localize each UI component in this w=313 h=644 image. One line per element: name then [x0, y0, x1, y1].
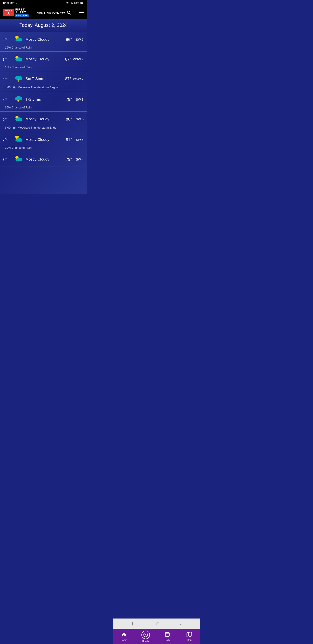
svg-line-15	[18, 56, 19, 56]
status-time: 12:30	[3, 2, 9, 5]
sub-time: 4:45	[5, 86, 10, 89]
weather-sub: 15% Chance of Rain	[3, 66, 83, 69]
condition-text: Mostly Cloudy	[25, 37, 58, 42]
sub-time: 6:00	[5, 126, 10, 129]
header: WSAZ 3 FIRST ALERT WEATHER HUNTINGTON, W…	[0, 6, 87, 19]
hour-time: 2PM	[3, 38, 12, 42]
hour-time: 6PM	[3, 118, 12, 121]
wifi-icon	[66, 2, 69, 5]
weather-row: 8PM Mostly Cloudy79°SW 4	[0, 152, 87, 167]
alert-text: Moderate Thunderstorm Ends	[18, 126, 56, 129]
hour-time: 4PM	[3, 77, 12, 81]
svg-rect-29	[14, 87, 15, 88]
hour-time: 8PM	[3, 158, 12, 162]
weather-row: 3PM Mostly Cloudy87°WSW 715% Chance of R…	[0, 52, 87, 71]
search-button[interactable]	[67, 10, 71, 15]
sub-text: 15% Chance of Rain	[5, 66, 31, 69]
wind-value: WSW 7	[73, 58, 83, 61]
logo-alert: ALERT	[15, 11, 28, 14]
wind-value: WSW 7	[73, 77, 83, 81]
svg-rect-46	[14, 127, 15, 128]
wind-value: SW 5	[74, 138, 83, 142]
weather-icon	[13, 135, 24, 145]
condition-text: Sct T-Storms	[25, 77, 57, 81]
logo-box: WSAZ 3	[3, 9, 14, 16]
svg-line-4	[70, 14, 71, 14]
weather-row: 2PM Mostly Cloudy86°SW 615% Chance of Ra…	[0, 32, 87, 52]
location-text: HUNTINGTON, WV	[37, 11, 65, 14]
sub-text: 65% Chance of Rain	[5, 106, 31, 109]
condition-text: Mostly Cloudy	[25, 57, 57, 62]
svg-line-38	[18, 116, 19, 116]
weather-sub: 65% Chance of Rain	[3, 106, 83, 109]
wind-value: SW 8	[74, 98, 83, 101]
wind-value: SW 4	[74, 158, 83, 161]
status-x-icon: ✕	[15, 2, 17, 4]
hour-time: 5PM	[3, 98, 12, 102]
hour-time: 7PM	[3, 138, 12, 142]
temp-value: 87°	[59, 77, 71, 82]
temp-value: 79°	[60, 97, 72, 102]
svg-line-50	[15, 136, 16, 137]
wind-value: SW 6	[74, 38, 83, 41]
weather-sub: 10% Chance of Rain	[3, 146, 83, 149]
svg-line-24	[17, 80, 17, 81]
sub-text: 15% Chance of Rain	[5, 46, 31, 49]
status-temp: 85°	[10, 2, 14, 5]
condition-text: Mostly Cloudy	[25, 157, 58, 162]
status-bar: 12:30 85° ✕ ⊘ 69%	[0, 0, 87, 6]
battery-icon	[80, 2, 84, 5]
weather-icon	[13, 154, 24, 164]
alert-icon	[12, 85, 16, 90]
weather-icon	[13, 74, 24, 84]
logo-weather: WEATHER	[15, 14, 28, 17]
svg-line-49	[18, 136, 19, 137]
svg-rect-12	[17, 40, 22, 41]
hour-time: 3PM	[3, 58, 12, 61]
svg-rect-2	[81, 2, 83, 4]
temp-value: 81°	[60, 138, 72, 142]
weather-row: 5PM T-Storms79°SW 865% Chance of Rain	[0, 92, 87, 112]
weather-row: 4PM Sct T-Storms87°WSW 74:45 Moderate Th…	[0, 71, 87, 92]
svg-rect-43	[17, 119, 22, 121]
svg-rect-62	[17, 160, 22, 161]
weather-icon	[13, 94, 24, 104]
weather-icon	[13, 35, 24, 44]
alert-text: Moderate Thunderstorm Begins	[18, 86, 58, 89]
alert-icon	[12, 126, 16, 130]
date-bar: Today, August 2, 2024	[0, 19, 87, 32]
svg-point-3	[67, 11, 70, 14]
menu-button[interactable]	[79, 11, 84, 14]
svg-rect-20	[17, 59, 22, 61]
svg-rect-1	[84, 2, 84, 3]
sub-text: 10% Chance of Rain	[5, 146, 31, 149]
weather-sub: 15% Chance of Rain	[3, 46, 83, 49]
logo: WSAZ 3 FIRST ALERT WEATHER	[3, 8, 28, 17]
date-text: Today, August 2, 2024	[19, 22, 68, 28]
svg-line-16	[15, 56, 16, 56]
temp-value: 86°	[60, 37, 72, 42]
header-location: HUNTINGTON, WV	[37, 10, 71, 15]
svg-line-39	[15, 116, 16, 116]
weather-sub: 6:00 Moderate Thunderstorm Ends	[3, 126, 83, 130]
svg-rect-54	[17, 140, 22, 142]
weather-row: 6PM Mostly Cloudy80°SW 56:00 Moderate Th…	[0, 112, 87, 132]
logo-text: FIRST ALERT WEATHER	[15, 8, 28, 17]
weather-row: 7PM Mostly Cloudy81°SW 510% Chance of Ra…	[0, 132, 87, 152]
wind-value: SW 5	[74, 118, 83, 121]
temp-value: 87°	[59, 57, 71, 62]
logo-num: 3	[7, 12, 9, 16]
weather-icon	[13, 54, 24, 64]
weather-sub: 4:45 Moderate Thunderstorm Begins	[3, 85, 83, 90]
svg-line-8	[15, 36, 16, 36]
temp-value: 79°	[60, 157, 72, 162]
condition-text: Mostly Cloudy	[25, 117, 58, 122]
temp-value: 80°	[60, 117, 72, 122]
svg-line-58	[15, 156, 16, 156]
svg-line-33	[17, 100, 17, 102]
condition-text: T-Storms	[25, 97, 58, 102]
condition-text: Mostly Cloudy	[25, 138, 58, 142]
signal-icon: ⊘	[71, 2, 73, 5]
hourly-weather-list: 2PM Mostly Cloudy86°SW 615% Chance of Ra…	[0, 32, 87, 194]
svg-line-57	[18, 156, 19, 156]
